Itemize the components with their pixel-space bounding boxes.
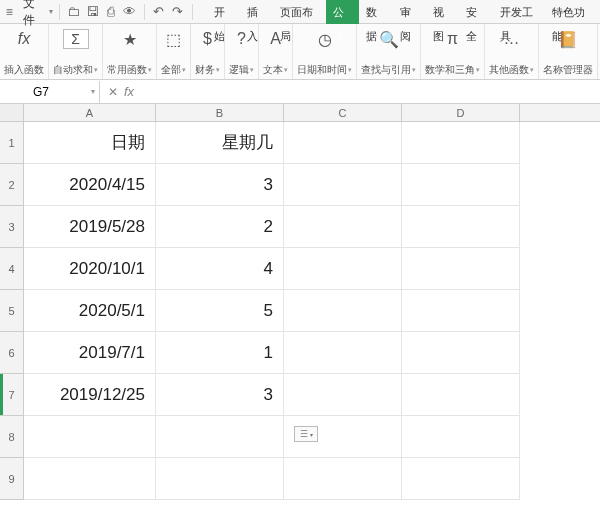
ribbon-label: 查找与引用▾ <box>361 63 416 77</box>
tab-view[interactable]: 视图 <box>426 0 459 24</box>
cell-A9[interactable] <box>24 458 156 500</box>
cancel-icon[interactable]: ✕ <box>108 85 118 99</box>
row-header[interactable]: 5 <box>0 290 24 332</box>
cell-B6[interactable]: 1 <box>156 332 284 374</box>
col-header-C[interactable]: C <box>284 104 402 121</box>
cell-A7[interactable]: 2019/12/25 <box>24 374 156 416</box>
tab-special[interactable]: 特色功能 <box>545 0 598 24</box>
cell-D7[interactable] <box>402 374 520 416</box>
cell-A4[interactable]: 2020/10/1 <box>24 248 156 290</box>
chevron-down-icon[interactable]: ▾ <box>91 87 95 96</box>
separator <box>192 4 193 20</box>
sigma-icon: Σ <box>63 28 89 50</box>
tab-developer[interactable]: 开发工具 <box>493 0 546 24</box>
row-header[interactable]: 1 <box>0 122 24 164</box>
cell-B5[interactable]: 5 <box>156 290 284 332</box>
separator <box>144 4 145 20</box>
cell-A3[interactable]: 2019/5/28 <box>24 206 156 248</box>
row-header[interactable]: 3 <box>0 206 24 248</box>
menu-icon[interactable]: ≡ <box>2 5 17 19</box>
cell-B9[interactable] <box>156 458 284 500</box>
name-box-input[interactable] <box>6 85 76 99</box>
ribbon-label: 文本▾ <box>263 63 288 77</box>
cell-C1[interactable] <box>284 122 402 164</box>
ribbon-logic[interactable]: ?逻辑▾ <box>225 24 259 79</box>
cell-C7[interactable] <box>284 374 402 416</box>
tab-data[interactable]: 数据 <box>359 0 392 24</box>
fx-tools: ✕ fx <box>100 84 142 99</box>
ribbon-text[interactable]: A文本▾ <box>259 24 293 79</box>
ribbon-label: 其他函数▾ <box>489 63 534 77</box>
folder-icon[interactable]: 🗀 <box>66 3 83 21</box>
cell-A6[interactable]: 2019/7/1 <box>24 332 156 374</box>
formula-bar-row: ▾ ✕ fx <box>0 80 600 104</box>
table-row: 22020/4/153 <box>0 164 600 206</box>
ribbon-lookup[interactable]: 🔍查找与引用▾ <box>357 24 421 79</box>
table-row: 9 <box>0 458 600 500</box>
cell-B3[interactable]: 2 <box>156 206 284 248</box>
cell-C6[interactable] <box>284 332 402 374</box>
ribbon-insert-function[interactable]: fx插入函数 <box>0 24 49 79</box>
cell-D2[interactable] <box>402 164 520 206</box>
tab-formula[interactable]: 公式 <box>326 0 359 24</box>
cell-D8[interactable] <box>402 416 520 458</box>
name-box[interactable]: ▾ <box>0 81 100 103</box>
col-header-A[interactable]: A <box>24 104 156 121</box>
file-caret-icon: ▾ <box>49 7 53 16</box>
row-header[interactable]: 8 <box>0 416 24 458</box>
cell-C2[interactable] <box>284 164 402 206</box>
ribbon-other[interactable]: …其他函数▾ <box>485 24 539 79</box>
ribbon-common-fn[interactable]: ★常用函数▾ <box>103 24 157 79</box>
row-header[interactable]: 9 <box>0 458 24 500</box>
cell-C5[interactable] <box>284 290 402 332</box>
ribbon-finance[interactable]: $财务▾ <box>191 24 225 79</box>
ribbon-name-mgr[interactable]: 📔名称管理器 <box>539 24 598 79</box>
cell-A1[interactable]: 日期 <box>24 122 156 164</box>
cell-D6[interactable] <box>402 332 520 374</box>
cell-C9[interactable] <box>284 458 402 500</box>
redo-icon[interactable]: ↷ <box>169 3 186 21</box>
save-icon[interactable]: 🖫 <box>84 3 101 21</box>
fx-icon[interactable]: fx <box>124 84 134 99</box>
cell-D3[interactable] <box>402 206 520 248</box>
cell-D9[interactable] <box>402 458 520 500</box>
cell-C3[interactable] <box>284 206 402 248</box>
table-row: 1日期星期几 <box>0 122 600 164</box>
row-header[interactable]: 7 <box>0 374 24 416</box>
cell-D4[interactable] <box>402 248 520 290</box>
tab-home[interactable]: 开始 <box>207 0 240 24</box>
ribbon-label: 常用函数▾ <box>107 63 152 77</box>
ribbon-math[interactable]: π数学和三角▾ <box>421 24 485 79</box>
table-row: 42020/10/14 <box>0 248 600 290</box>
cell-B7[interactable]: 3 <box>156 374 284 416</box>
cell-D1[interactable] <box>402 122 520 164</box>
autofill-options[interactable]: ☰▾ <box>294 426 318 442</box>
tab-page-layout[interactable]: 页面布局 <box>273 0 326 24</box>
cell-A5[interactable]: 2020/5/1 <box>24 290 156 332</box>
cell-B8[interactable] <box>156 416 284 458</box>
col-header-B[interactable]: B <box>156 104 284 121</box>
cell-B1[interactable]: 星期几 <box>156 122 284 164</box>
row-header[interactable]: 2 <box>0 164 24 206</box>
autofill-icon: ☰ <box>300 429 308 439</box>
select-all-corner[interactable] <box>0 104 24 121</box>
cell-B4[interactable]: 4 <box>156 248 284 290</box>
preview-icon[interactable]: 👁 <box>121 3 138 21</box>
tab-security[interactable]: 安全 <box>459 0 492 24</box>
cell-B2[interactable]: 3 <box>156 164 284 206</box>
print-icon[interactable]: ⎙ <box>103 3 120 21</box>
undo-icon[interactable]: ↶ <box>151 3 168 21</box>
cell-C4[interactable] <box>284 248 402 290</box>
cell-A2[interactable]: 2020/4/15 <box>24 164 156 206</box>
row-header[interactable]: 4 <box>0 248 24 290</box>
cell-A8[interactable] <box>24 416 156 458</box>
cell-D5[interactable] <box>402 290 520 332</box>
question-icon: ? <box>237 28 246 50</box>
ribbon-autosum[interactable]: Σ自动求和▾ <box>49 24 103 79</box>
row-header[interactable]: 6 <box>0 332 24 374</box>
tab-review[interactable]: 审阅 <box>393 0 426 24</box>
ribbon-datetime[interactable]: ◷日期和时间▾ <box>293 24 357 79</box>
tab-insert[interactable]: 插入 <box>240 0 273 24</box>
col-header-D[interactable]: D <box>402 104 520 121</box>
ribbon-all-fn[interactable]: ⬚全部▾ <box>157 24 191 79</box>
